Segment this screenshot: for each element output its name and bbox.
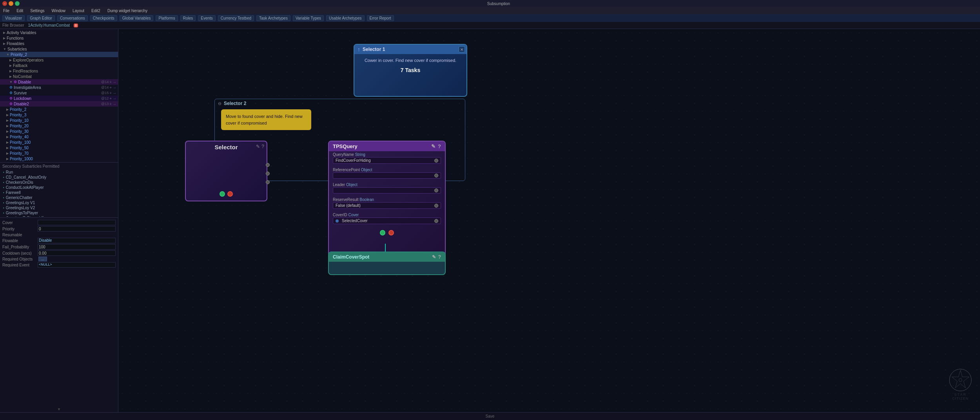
selector-node[interactable]: ✎ ? Selector	[185, 141, 267, 201]
tree-item-functions[interactable]: ▶ Functions	[0, 35, 118, 41]
tree-action-edit[interactable]: →	[113, 102, 116, 106]
tree-item-priority30[interactable]: ▶ Priority_30	[0, 129, 118, 134]
menu-window[interactable]: Window	[50, 9, 67, 13]
claimcoverspot-edit-icon[interactable]: ✎	[432, 254, 436, 260]
tree-item-priority40[interactable]: ▶ Priority_40	[0, 134, 118, 139]
tree-action-edit[interactable]: →	[113, 80, 116, 84]
toolbar-conversations[interactable]: Conversations	[57, 15, 88, 21]
tpsquery-conn-leader[interactable]	[434, 188, 438, 192]
tree-item-priority100[interactable]: ▶ Priority_100	[0, 139, 118, 145]
tpsquery-input-coverid[interactable]: SelectedCover	[333, 217, 441, 224]
tree-item-disable[interactable]: ▼ ⚙ Disable @14 + →	[0, 79, 118, 85]
tpsquery-edit-icon[interactable]: ✎	[431, 143, 436, 149]
tree-action-add[interactable]: +	[109, 91, 112, 95]
tpsquery-conn-refpoint[interactable]	[434, 174, 438, 177]
selector1-node[interactable]: ↑ Selector 1 ✕ Cower in cover. Find new …	[354, 44, 467, 97]
tpsquery-input-leader[interactable]	[333, 187, 441, 194]
prop-btn-required-obj[interactable]: ...	[38, 257, 47, 261]
tree-item-lockdown[interactable]: ⚙ Lockdown @12 + →	[0, 96, 118, 101]
tpsquery-conn-reserveresult[interactable]	[434, 204, 438, 208]
secondary-item-farewell[interactable]: Farewell	[2, 190, 116, 195]
selector-help-icon[interactable]: ?	[261, 144, 264, 149]
tree-action-add[interactable]: +	[109, 80, 112, 84]
menu-file[interactable]: File	[2, 9, 11, 13]
tpsquery-conn-coverid[interactable]	[434, 219, 438, 223]
tree-item-findreactions[interactable]: ▶ FindReactions	[0, 68, 118, 74]
tree-item-fallback[interactable]: ▶ Fallback	[0, 63, 118, 68]
connector-out-3[interactable]	[266, 180, 270, 184]
menu-settings[interactable]: Settings	[29, 9, 46, 13]
tpsquery-input-refpoint[interactable]	[333, 172, 441, 179]
secondary-item-greetings-v1[interactable]: GreetingsLoy V1	[2, 200, 116, 205]
tree-item-subarticles[interactable]: ▼ Subarticles	[0, 46, 118, 52]
tree-action-add[interactable]: +	[109, 96, 112, 101]
tree-item-priority20[interactable]: ▶ Priority_20	[0, 123, 118, 129]
tree-action-add[interactable]: +	[109, 85, 112, 90]
secondary-item-greetings-player-v2[interactable]: GreetingsToPlayer V2	[2, 215, 116, 217]
tree-action-edit[interactable]: →	[113, 91, 116, 95]
main-canvas[interactable]: ↑ Selector 1 ✕ Cower in cover. Find new …	[118, 29, 980, 412]
tree-item-priority10[interactable]: ▶ Priority_10	[0, 118, 118, 123]
tpsquery-conn-red[interactable]	[388, 230, 394, 235]
selector1-close-button[interactable]: ✕	[459, 46, 465, 52]
tree-item-priority1000[interactable]: ▶ Priority_1000	[0, 156, 118, 161]
connector-out-2[interactable]	[266, 172, 270, 176]
prop-input-cooldown[interactable]	[38, 250, 116, 256]
secondary-item-greetings-v2[interactable]: GreetingsLoy V2	[2, 205, 116, 210]
toolbar-events[interactable]: Events	[198, 15, 216, 21]
toolbar-usable-archetypes[interactable]: Usable Archetypes	[326, 15, 364, 21]
tpsquery-conn-queryname[interactable]	[434, 159, 438, 163]
tree-item-activity-variables[interactable]: ▶ Activity Variables	[0, 30, 118, 35]
tpsquery-input-reserveresult[interactable]: False (default)	[333, 202, 441, 209]
tree-item-nocombat[interactable]: ▶ NoCombat	[0, 74, 118, 79]
secondary-item-checkers[interactable]: CheckersOnDis	[2, 180, 116, 185]
tree-item-flowables[interactable]: ▶ Flowables	[0, 41, 118, 46]
toolbar-visualizer[interactable]: Visualizer	[2, 15, 25, 21]
tree-item-priority2b[interactable]: ▶ Priority_2	[0, 107, 118, 112]
tpsquery-help-icon[interactable]: ?	[438, 143, 441, 149]
file-browser-path[interactable]: 1Activity.HumanCombat	[28, 23, 70, 27]
prop-input-fail-prob[interactable]	[38, 244, 116, 250]
prop-input-cover[interactable]	[38, 220, 116, 225]
secondary-item-greetings-player[interactable]: GreetingsToPlayer	[2, 210, 116, 215]
secondary-item-run[interactable]: Run	[2, 170, 116, 175]
claimcoverspot-node[interactable]: ClaimCoverSpot ✎ ?	[328, 252, 446, 275]
menu-edit2[interactable]: Edit2	[90, 9, 102, 13]
connector-green[interactable]	[220, 191, 225, 197]
close-button[interactable]: ×	[2, 1, 7, 6]
window-controls[interactable]: × − □	[2, 1, 20, 6]
toolbar-variable-types[interactable]: Variable Types	[293, 15, 324, 21]
toolbar-task-archetypes[interactable]: Task Archetypes	[256, 15, 290, 21]
selector2-collapse-icon[interactable]: ⊖	[218, 101, 221, 106]
secondary-item-cd[interactable]: CD_Cancel_AboutOnly	[2, 175, 116, 180]
tree-item-priority2[interactable]: ▼ Priority_2	[0, 52, 118, 57]
toolbar-platforms[interactable]: Platforms	[156, 15, 178, 21]
toolbar-error-report[interactable]: Error Report	[367, 15, 394, 21]
minimize-button[interactable]: −	[9, 1, 13, 6]
tree-item-priority50[interactable]: ▶ Priority_50	[0, 145, 118, 150]
toolbar-currency-testbed[interactable]: Currency Testbed	[218, 15, 254, 21]
prop-input-priority[interactable]	[38, 226, 116, 232]
tpsquery-input-queryname[interactable]: FindCoverForHiding	[333, 157, 441, 164]
prop-value-required-event[interactable]: <NULL>	[38, 262, 116, 268]
tree-item-priority70[interactable]: ▶ Priority_70	[0, 150, 118, 156]
prop-value-flowable[interactable]: Disable	[38, 238, 116, 243]
sidebar-resize-handle[interactable]	[117, 29, 120, 412]
tree-item-disable2[interactable]: ⚙ Disable2 @13 + →	[0, 101, 118, 107]
tpsquery-conn-green[interactable]	[380, 230, 385, 235]
secondary-item-conduct[interactable]: ConductLookAtPlayer	[2, 185, 116, 190]
maximize-button[interactable]: □	[15, 1, 20, 6]
toolbar-checkpoints[interactable]: Checkpoints	[90, 15, 117, 21]
tree-item-priority3[interactable]: ▶ Priority_3	[0, 112, 118, 118]
secondary-item-generic[interactable]: GenericChatter	[2, 195, 116, 200]
toolbar-graph-editor[interactable]: Graph Editor	[27, 15, 55, 21]
selector-edit-icon[interactable]: ✎	[256, 144, 260, 149]
connector-red[interactable]	[227, 191, 233, 197]
tree-action-add[interactable]: +	[109, 102, 112, 106]
toolbar-global-variables[interactable]: Global Variables	[120, 15, 154, 21]
menu-layout[interactable]: Layout	[71, 9, 86, 13]
tree-action-edit[interactable]: →	[113, 85, 116, 90]
tree-item-explore[interactable]: ▶ ExploreOperators	[0, 57, 118, 63]
tree-action-edit[interactable]: →	[113, 96, 116, 101]
tree-item-survive[interactable]: ⚙ Survive @15 + →	[0, 90, 118, 96]
